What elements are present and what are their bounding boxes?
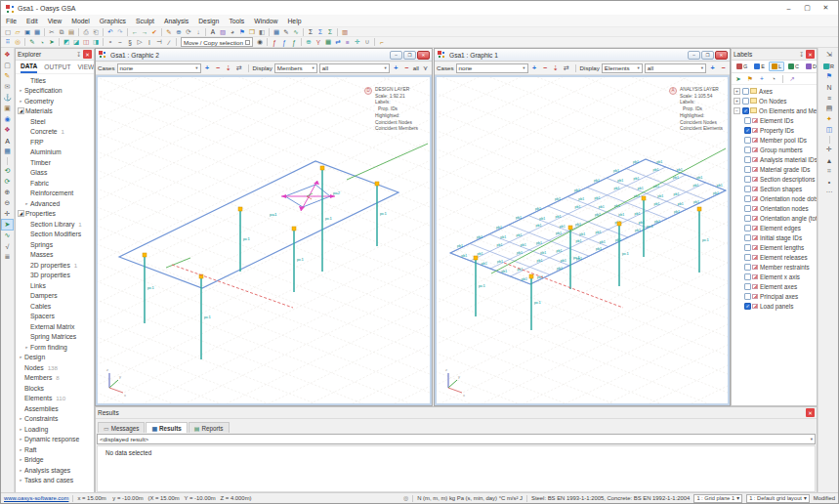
select-target-icon[interactable]: ◎ [13,37,22,47]
connect-icon[interactable]: ⊕ [304,37,314,47]
display-options-icon[interactable]: ◫ [824,125,835,135]
explorer-item-timber[interactable]: Timber [16,157,94,168]
point-icon[interactable]: • [824,177,835,187]
snap-icon[interactable]: ⊕ [174,27,184,37]
modify-icon[interactable]: ◉ [255,37,265,47]
results-tab-results[interactable]: ▦Results [146,422,187,433]
chart-view-icon[interactable]: ∿ [291,27,301,37]
label-option-load-panels[interactable]: ✓Load panels [732,301,817,311]
menu-help[interactable]: Help [282,15,306,27]
explorer-item-raft[interactable]: ▸Raft [16,444,94,455]
remove-selection-icon[interactable]: − [402,63,411,72]
cases-combo[interactable]: none▾ [456,63,528,73]
checkbox-icon[interactable] [744,273,751,280]
explorer-item-constraints[interactable]: ▸Constraints [16,414,94,425]
fx-edit-icon[interactable]: ƒ [279,37,289,47]
checkbox-icon[interactable] [744,195,751,202]
expand-icon[interactable]: ▸ [18,457,24,462]
add-case-icon[interactable]: + [530,63,539,72]
grid-toggle-icon[interactable]: ⌗ [824,166,835,176]
explorer-item-steel[interactable]: Steel [16,116,94,127]
open-icon[interactable]: ▱ [13,27,22,37]
sculpt-elements-icon[interactable]: ◪ [71,37,81,47]
checkbox-icon[interactable] [744,137,751,144]
save-icon[interactable]: ▣ [22,27,32,37]
align-icon[interactable]: ≡ [343,37,353,47]
inspect-icon[interactable]: ◔ [769,74,778,84]
explorer-item-elements[interactable]: Elements110 [16,394,94,404]
move-copy-selection-combo[interactable]: Move / Copy selection▾ [181,37,253,47]
label-option-element-axes[interactable]: Element axes [732,281,817,291]
label-option-member-pool-ids[interactable]: Member pool IDs [732,135,817,145]
explorer-item-specification[interactable]: ▸Specification [16,86,94,97]
checkbox-icon[interactable]: ✓ [744,303,751,310]
menu-window[interactable]: Window [249,15,282,27]
fx-delete-icon[interactable]: ƒ [270,37,279,47]
menu-analysis[interactable]: Analysis [159,15,193,27]
explorer-item-blocks[interactable]: Blocks [16,383,94,394]
select-grid-icon[interactable]: ⠿ [3,37,13,47]
sculpt-pencil-icon[interactable]: ✎ [2,71,13,81]
orbit-right-icon[interactable]: ⟳ [2,177,13,187]
display-combo[interactable]: Members▾ [274,63,317,73]
results-tab-messages[interactable]: ▭Messages [98,422,145,433]
add-node-icon[interactable]: ∘ [105,37,115,47]
forward-icon[interactable]: → [140,27,149,37]
table-view-icon[interactable]: ▦ [272,27,281,37]
explorer-item-glass[interactable]: Glass [16,168,94,179]
remove-case-icon[interactable]: − [541,63,550,72]
collapse-icon[interactable]: ◢ [18,107,24,114]
graphic2-titlebar[interactable]: Gsa1 : Graphic 2 – ❐ ✕ [96,49,432,62]
checkbox-icon[interactable]: ✓ [742,107,749,114]
layer-list-icon[interactable]: ≣ [2,252,13,262]
flip-icon[interactable]: ⇄ [333,37,343,47]
label-option-group-numbers[interactable]: Group numbers [732,145,817,154]
cases-combo[interactable]: none▾ [117,63,201,73]
explorer-item-fabric[interactable]: Fabric [16,178,94,189]
back-icon[interactable]: ← [130,27,140,37]
redo-icon[interactable]: ↷ [115,27,125,37]
calc-icon[interactable]: √ [2,241,13,251]
label-option-orientation-angle-total-[interactable]: Orientation angle (total) [732,213,817,223]
menu-file[interactable]: File [1,15,21,27]
jump-icon[interactable]: ↗ [787,74,797,84]
explorer-item-external-matrix[interactable]: External Matrix [16,321,94,332]
menu-view[interactable]: View [43,15,67,27]
grid-layout-combo[interactable]: 1 : Default grid layout▾ [746,494,810,503]
fraction-icon[interactable]: ◕ [228,27,237,37]
checkbox-icon[interactable] [744,215,751,222]
mesh-icon[interactable]: ▦ [323,37,333,47]
explorer-item-materials[interactable]: ◢Materials [16,106,94,117]
graphic1-canvas[interactable]: pb1pb1pb1pb1pb1pb1pb1pb1pb1pb1pb1pb1pb1p… [435,75,730,405]
gsa-home-icon[interactable]: ❖ [2,50,13,60]
maximize-button[interactable]: ▢ [798,2,817,15]
expand-icon[interactable]: ▸ [18,437,24,441]
explorer-item-2d-properties[interactable]: 2D properties1 [16,260,94,271]
add-spring-icon[interactable]: § [125,37,135,47]
results-close-icon[interactable]: ✕ [806,408,815,417]
select-all-button[interactable]: all [413,64,419,71]
checkbox-icon[interactable] [742,98,749,105]
explorer-item-masses[interactable]: Masses [16,250,94,261]
explorer-item-dampers[interactable]: Dampers [16,291,94,302]
labels-tab-c[interactable]: C [785,62,802,71]
explorer-item-members[interactable]: Members8 [16,373,94,384]
lists-icon[interactable]: ≡ [824,93,835,103]
sum-icon[interactable]: Σ [306,27,315,37]
image-output-icon[interactable]: ▥ [340,27,350,37]
label-option-on-nodes[interactable]: +On Nodes [732,96,817,105]
explorer-item-dynamic-response[interactable]: ▸Dynamic response [16,435,94,445]
menu-design[interactable]: Design [193,15,224,27]
minimize-button[interactable]: – [779,2,798,15]
label-option-element-releases[interactable]: Element releases [732,252,817,262]
case-down-icon[interactable]: ⇣ [225,63,233,72]
explorer-tab-views[interactable]: VIEWS [77,62,94,72]
explorer-item-cables[interactable]: Cables [16,301,94,312]
checkbox-icon[interactable] [744,254,751,261]
menu-tools[interactable]: Tools [224,15,249,27]
modify-properties-icon[interactable]: ⌐ [377,37,387,47]
explorer-item-bridge[interactable]: ▸Bridge [16,455,94,466]
explorer-item-reinforcement[interactable]: Reinforcement [16,189,94,199]
select-label-icon[interactable]: ➤ [734,74,743,84]
sum-all-icon[interactable]: Σ [325,27,335,37]
